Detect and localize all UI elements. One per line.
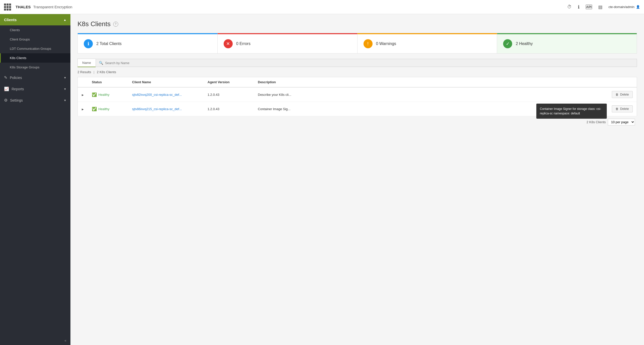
row1-agent-version: 1.2.0.43 (204, 87, 254, 102)
sidebar-nav-settings[interactable]: ⚙ Settings ▼ (0, 95, 70, 106)
row2-healthy-icon: ✅ (92, 107, 97, 111)
stat-total-label: 2 Total Clients (96, 41, 122, 46)
sidebar-item-clients[interactable]: Clients (0, 25, 70, 35)
settings-chevron-icon: ▼ (64, 99, 66, 102)
row1-delete-button[interactable]: 🗑 Delete (612, 91, 633, 98)
stat-warnings-label: 0 Warnings (376, 41, 396, 46)
row1-trash-icon: 🗑 (616, 93, 619, 96)
row2-expand: ▶ (78, 102, 88, 116)
clock-icon[interactable]: ⏱ (567, 4, 572, 10)
row1-expand-button[interactable]: ▶ (82, 94, 84, 96)
row2-expand-button[interactable]: ▶ (82, 108, 84, 111)
sidebar-chevron-up-icon: ▲ (63, 18, 66, 22)
sidebar-clients-header[interactable]: Clients ▲ (0, 14, 70, 25)
user-menu[interactable]: cte-domain/admin 👤 (609, 5, 640, 9)
row2-agent-version: 1.2.0.43 (204, 102, 254, 116)
table-row: ▶ ✅ Healthy sjtv82ivvq200_csi-replica-sc… (78, 87, 637, 102)
grid-icon[interactable] (4, 4, 11, 11)
tooltip-text: Container Image Signer for storage class… (540, 107, 601, 115)
header-icons: ⏱ ℹ API ▤ cte-domain/admin 👤 (567, 4, 640, 10)
stat-total-clients[interactable]: ℹ 2 Total Clients (78, 33, 218, 53)
api-button[interactable]: API (586, 5, 592, 9)
col-version-header: Agent Version (204, 77, 254, 88)
content-area: K8s Clients ? ℹ 2 Total Clients ✕ 0 Erro… (70, 14, 644, 345)
stats-row: ℹ 2 Total Clients ✕ 0 Errors ! 0 Warning… (77, 33, 637, 54)
row2-delete-button[interactable]: 🗑 Delete (612, 105, 633, 112)
policies-icon: ✎ (4, 75, 7, 80)
per-page-select[interactable]: 10 per page 25 per page 50 per page (608, 119, 635, 125)
page-title-row: K8s Clients ? (77, 20, 637, 28)
sidebar-item-client-groups[interactable]: Client Groups (0, 35, 70, 44)
sidebar-nav-settings-label: Settings (10, 98, 23, 102)
row1-action: 🗑 Delete (607, 87, 637, 102)
document-icon[interactable]: ▤ (598, 4, 602, 10)
stat-healthy[interactable]: ✓ 2 Healthy (497, 33, 637, 53)
stat-errors-label: 0 Errors (236, 41, 251, 46)
top-header: THALES Transparent Encryption ⏱ ℹ API ▤ … (0, 0, 644, 14)
col-action-header (607, 77, 637, 88)
sidebar-collapse-icon: « (64, 338, 66, 342)
reports-icon: 📈 (4, 87, 9, 91)
row2-status-healthy: ✅ Healthy (92, 107, 124, 111)
sidebar-item-k8s-clients[interactable]: K8s Clients (0, 53, 70, 63)
results-label: 2 K8s Clients (97, 70, 116, 74)
stat-info-icon: ℹ (84, 39, 93, 48)
row2-status-label: Healthy (98, 107, 109, 111)
row1-expand: ▶ (78, 87, 88, 102)
results-info: 2 Results | 2 K8s Clients (77, 70, 637, 74)
col-desc-header: Description (254, 77, 607, 88)
filter-row: Name 🔍 (77, 59, 637, 67)
row2-client-name: sjtv86ivvq215_csi-replica-sc_def... (128, 102, 204, 116)
row2-description-text: Container Image Sig... (258, 107, 290, 111)
sidebar-nav-policies-label: Policies (10, 76, 22, 80)
info-icon[interactable]: ℹ (578, 4, 580, 10)
sidebar-item-k8s-storage-groups[interactable]: K8s Storage Groups (0, 63, 70, 72)
settings-icon: ⚙ (4, 98, 8, 103)
stat-errors[interactable]: ✕ 0 Errors (218, 33, 357, 53)
sidebar-item-clients-label: Clients (10, 28, 20, 32)
sidebar-item-ldt-groups[interactable]: LDT Communication Groups (0, 44, 70, 53)
filter-name-button[interactable]: Name (77, 59, 96, 67)
stat-healthy-label: 2 Healthy (516, 41, 533, 46)
row2-client-link[interactable]: sjtv86ivvq215_csi-replica-sc_def... (132, 107, 182, 111)
sidebar-item-client-groups-label: Client Groups (10, 37, 30, 41)
row2-trash-icon: 🗑 (616, 107, 619, 111)
sidebar-collapse-button[interactable]: « (0, 336, 70, 345)
col-name-header: Client Name (128, 77, 204, 88)
sidebar-clients-label: Clients (4, 18, 17, 22)
search-input[interactable] (105, 61, 634, 65)
description-tooltip: Container Image Signer for storage class… (536, 104, 607, 119)
logo-product: Transparent Encryption (33, 5, 72, 9)
row1-status: ✅ Healthy (88, 87, 128, 102)
row2-status: ✅ Healthy (88, 102, 128, 116)
logo-brand: THALES (16, 5, 31, 9)
reports-chevron-icon: ▼ (64, 88, 66, 91)
policies-chevron-icon: ▼ (64, 76, 66, 79)
page-title: K8s Clients (77, 20, 111, 28)
search-icon: 🔍 (99, 61, 103, 65)
sidebar-item-k8s-storage-groups-label: K8s Storage Groups (10, 65, 39, 69)
row1-status-label: Healthy (98, 93, 109, 97)
stat-healthy-icon: ✓ (503, 39, 512, 48)
row1-status-healthy: ✅ Healthy (92, 92, 124, 97)
results-separator: | (94, 70, 94, 74)
row1-delete-label: Delete (620, 93, 629, 96)
sidebar-nav-reports-label: Reports (12, 87, 24, 91)
help-icon[interactable]: ? (113, 22, 118, 27)
sidebar-nav-policies[interactable]: ✎ Policies ▼ (0, 72, 70, 83)
col-expand-header (78, 77, 88, 88)
stat-error-icon: ✕ (224, 39, 233, 48)
row2-action: 🗑 Delete (607, 102, 637, 116)
pagination-label: 2 K8s Clients (586, 120, 606, 124)
user-avatar-icon: 👤 (636, 5, 640, 9)
row1-description: Describe your K8s cli... (254, 87, 607, 102)
row1-client-link[interactable]: sjtv82ivvq200_csi-replica-sc_def... (132, 93, 182, 97)
sidebar-nav-reports[interactable]: 📈 Reports ▼ (0, 83, 70, 95)
sidebar-item-ldt-groups-label: LDT Communication Groups (10, 47, 51, 51)
user-label: cte-domain/admin (609, 5, 634, 9)
sidebar: Clients ▲ Clients Client Groups LDT Comm… (0, 14, 70, 345)
col-status-header: Status (88, 77, 128, 88)
stat-warnings[interactable]: ! 0 Warnings (357, 33, 497, 53)
results-count: 2 Results (77, 70, 91, 74)
row1-healthy-icon: ✅ (92, 92, 97, 97)
